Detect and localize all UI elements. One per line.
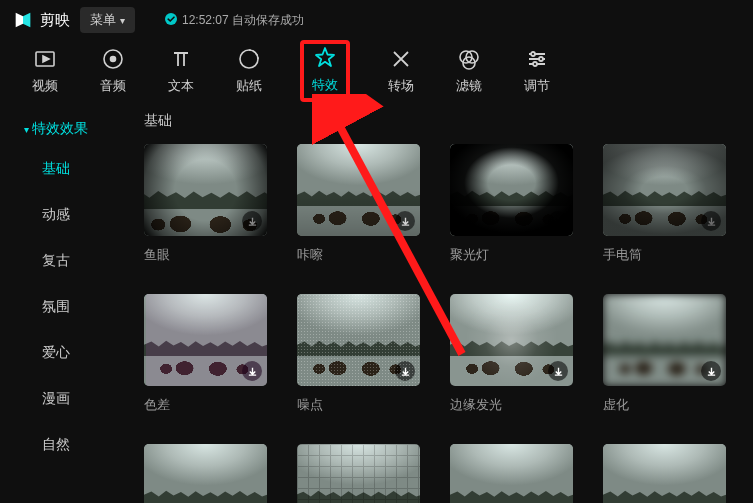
tab-audio-label: 音频: [100, 77, 126, 95]
adjust-icon: [525, 47, 549, 71]
tab-video[interactable]: 视频: [28, 43, 62, 99]
chevron-down-icon: ▾: [120, 15, 125, 26]
effect-thumb[interactable]: [297, 294, 420, 386]
svg-point-4: [240, 50, 258, 68]
effect-thumb[interactable]: [450, 144, 573, 236]
effect-card-click: 咔嚓: [297, 144, 420, 264]
svg-point-3: [111, 57, 116, 62]
download-icon[interactable]: [701, 211, 721, 231]
tab-transition-label: 转场: [388, 77, 414, 95]
download-icon[interactable]: [548, 361, 568, 381]
tab-filter-label: 滤镜: [456, 77, 482, 95]
tab-adjust[interactable]: 调节: [520, 43, 554, 99]
effect-card-fisheye: 鱼眼: [144, 144, 267, 264]
download-icon[interactable]: [242, 361, 262, 381]
sidebar-item-love[interactable]: 爱心: [0, 330, 130, 376]
svg-point-8: [531, 52, 535, 56]
filter-icon: [457, 47, 481, 71]
effect-label: 鱼眼: [144, 246, 267, 264]
effect-label: 噪点: [297, 396, 420, 414]
effect-label: 色差: [144, 396, 267, 414]
effect-thumb[interactable]: [450, 294, 573, 386]
svg-point-10: [533, 62, 537, 66]
effect-card-extra: [144, 444, 267, 503]
tab-sticker[interactable]: 贴纸: [232, 43, 266, 99]
download-icon[interactable]: [548, 211, 568, 231]
audio-icon: [101, 47, 125, 71]
download-icon[interactable]: [701, 361, 721, 381]
effect-card-noise: 噪点: [297, 294, 420, 414]
tab-sticker-label: 贴纸: [236, 77, 262, 95]
jianying-logo-icon: [12, 9, 34, 31]
video-icon: [33, 47, 57, 71]
effect-thumb[interactable]: [603, 144, 726, 236]
effect-card-spotlight: 聚光灯: [450, 144, 573, 264]
tab-text[interactable]: 文本: [164, 43, 198, 99]
effect-label: 咔嚓: [297, 246, 420, 264]
effect-thumb[interactable]: [603, 444, 726, 503]
tab-video-label: 视频: [32, 77, 58, 95]
svg-point-9: [539, 57, 543, 61]
tab-filter[interactable]: 滤镜: [452, 43, 486, 99]
autosave-status-text: 12:52:07 自动保存成功: [182, 12, 304, 29]
tab-adjust-label: 调节: [524, 77, 550, 95]
transition-icon: [389, 47, 413, 71]
sidebar-item-nature[interactable]: 自然: [0, 422, 130, 468]
effect-label: 聚光灯: [450, 246, 573, 264]
top-tabs: 视频 音频 文本 贴纸 特效 转场: [0, 40, 753, 102]
effect-label: 边缘发光: [450, 396, 573, 414]
download-icon[interactable]: [395, 361, 415, 381]
effect-label: 手电筒: [603, 246, 726, 264]
effect-thumb[interactable]: [450, 444, 573, 503]
effect-thumb[interactable]: [603, 294, 726, 386]
effect-thumb[interactable]: [144, 144, 267, 236]
section-title: 基础: [140, 112, 743, 130]
effect-thumb[interactable]: [144, 294, 267, 386]
effect-card-chroma: 色差: [144, 294, 267, 414]
sidebar-header-label: 特效效果: [32, 120, 88, 138]
effect-card-blur: 虚化: [603, 294, 726, 414]
menu-button[interactable]: 菜单 ▾: [80, 7, 135, 33]
effect-thumb[interactable]: [297, 444, 420, 503]
effect-card-extra: [450, 444, 573, 503]
sidebar-item-basic[interactable]: 基础: [0, 146, 130, 192]
tab-audio[interactable]: 音频: [96, 43, 130, 99]
svg-point-0: [165, 13, 177, 25]
download-icon[interactable]: [395, 211, 415, 231]
check-icon: [165, 13, 177, 28]
sticker-icon: [237, 47, 261, 71]
app-logo: 剪映: [12, 9, 70, 31]
effects-grid: 鱼眼 咔嚓 聚光灯 手电筒 色差 噪点: [140, 144, 743, 503]
app-title: 剪映: [40, 11, 70, 30]
main: 特效效果 基础 动感 复古 氛围 爱心 漫画 自然 基础 鱼眼 咔嚓 聚光灯: [0, 102, 753, 503]
sidebar-item-comic[interactable]: 漫画: [0, 376, 130, 422]
highlight-callout: 特效: [300, 40, 350, 102]
titlebar: 剪映 菜单 ▾ 12:52:07 自动保存成功: [0, 0, 753, 40]
effect-thumb[interactable]: [144, 444, 267, 503]
tab-effect-label: 特效: [312, 76, 338, 94]
effect-thumb[interactable]: [297, 144, 420, 236]
download-icon[interactable]: [242, 211, 262, 231]
effect-card-pixelate: [297, 444, 420, 503]
tab-transition[interactable]: 转场: [384, 43, 418, 99]
sidebar: 特效效果 基础 动感 复古 氛围 爱心 漫画 自然: [0, 102, 130, 503]
content: 基础 鱼眼 咔嚓 聚光灯 手电筒 色差: [130, 102, 753, 503]
menu-button-label: 菜单: [90, 11, 116, 29]
effect-icon: [313, 46, 337, 70]
tab-text-label: 文本: [168, 77, 194, 95]
sidebar-header-toggle[interactable]: 特效效果: [0, 112, 130, 146]
effect-card-extra: [603, 444, 726, 503]
tab-effect[interactable]: 特效: [312, 46, 338, 94]
sidebar-item-atmos[interactable]: 氛围: [0, 284, 130, 330]
sidebar-item-dynamic[interactable]: 动感: [0, 192, 130, 238]
effect-label: 虚化: [603, 396, 726, 414]
text-icon: [169, 47, 193, 71]
autosave-status: 12:52:07 自动保存成功: [165, 12, 304, 29]
effect-card-edgeglow: 边缘发光: [450, 294, 573, 414]
effect-card-flashlight: 手电筒: [603, 144, 726, 264]
sidebar-item-retro[interactable]: 复古: [0, 238, 130, 284]
